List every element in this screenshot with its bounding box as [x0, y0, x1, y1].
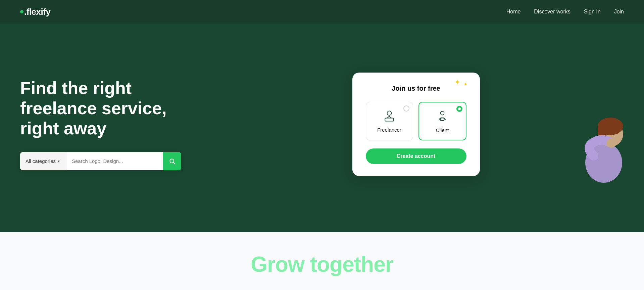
- hero-section: Find the right freelance service, right …: [0, 24, 644, 232]
- nav-item-signin[interactable]: Sign In: [584, 9, 601, 15]
- freelancer-radio: [403, 105, 409, 112]
- nav-item-home[interactable]: Home: [506, 9, 521, 15]
- freelancer-icon: [382, 109, 397, 124]
- join-card: Join us for free ✦ ✦ Freelancer: [352, 73, 480, 176]
- client-radio: [456, 106, 462, 112]
- nav-link-discover[interactable]: Discover works: [534, 9, 570, 14]
- nav-links: Home Discover works Sign In Join: [506, 9, 624, 15]
- nav-link-join[interactable]: Join: [614, 9, 624, 14]
- navbar: .flexify Home Discover works Sign In Joi…: [0, 0, 644, 24]
- svg-point-12: [606, 138, 616, 148]
- svg-point-4: [441, 111, 444, 115]
- sparkle-icon-2: ✦: [464, 82, 467, 87]
- svg-point-8: [585, 142, 622, 183]
- client-icon: [435, 109, 450, 124]
- hero-title: Find the right freelance service, right …: [20, 78, 208, 138]
- svg-point-2: [387, 111, 392, 115]
- search-icon: [169, 158, 176, 165]
- hero-left: Find the right freelance service, right …: [20, 78, 208, 170]
- nav-link-signin[interactable]: Sign In: [584, 9, 601, 14]
- search-bar: All categories ▾: [20, 152, 181, 170]
- grow-together-title: Grow together: [20, 252, 624, 277]
- client-label: Client: [436, 127, 449, 133]
- character-illustration: [574, 109, 634, 183]
- svg-point-11: [598, 124, 607, 139]
- svg-point-10: [598, 118, 623, 135]
- sparkle-icon-1: ✦: [455, 79, 460, 86]
- svg-point-9: [598, 121, 623, 147]
- category-dropdown[interactable]: All categories ▾: [20, 152, 67, 170]
- logo-dot: [20, 10, 23, 13]
- role-option-freelancer[interactable]: Freelancer: [366, 102, 413, 140]
- category-label: All categories: [26, 158, 56, 164]
- chevron-down-icon: ▾: [58, 159, 60, 164]
- logo[interactable]: .flexify: [20, 7, 50, 17]
- nav-item-discover[interactable]: Discover works: [534, 9, 570, 15]
- role-option-client[interactable]: Client: [418, 102, 466, 140]
- grow-section: Grow together: [0, 232, 644, 290]
- nav-link-home[interactable]: Home: [506, 9, 521, 14]
- search-input[interactable]: [67, 152, 163, 170]
- svg-line-1: [174, 162, 175, 164]
- logo-text: .flexify: [24, 7, 50, 17]
- svg-rect-3: [385, 118, 394, 121]
- role-options: Freelancer Client: [366, 102, 466, 140]
- join-card-title: Join us for free: [366, 85, 466, 92]
- create-account-button[interactable]: Create account: [366, 148, 466, 164]
- search-button[interactable]: [163, 152, 181, 170]
- freelancer-label: Freelancer: [377, 127, 401, 133]
- hero-right: Join us for free ✦ ✦ Freelancer: [208, 73, 624, 176]
- nav-item-join[interactable]: Join: [614, 9, 624, 15]
